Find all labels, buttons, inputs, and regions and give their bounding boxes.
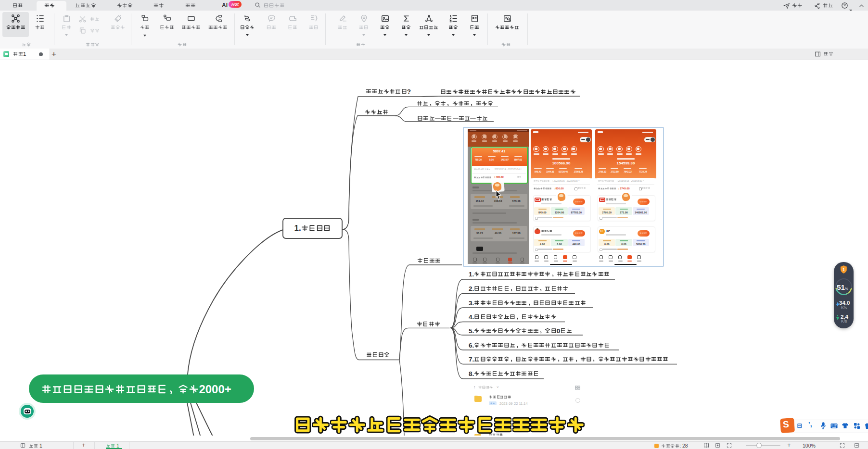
svg-text:1: 1: [842, 267, 845, 272]
